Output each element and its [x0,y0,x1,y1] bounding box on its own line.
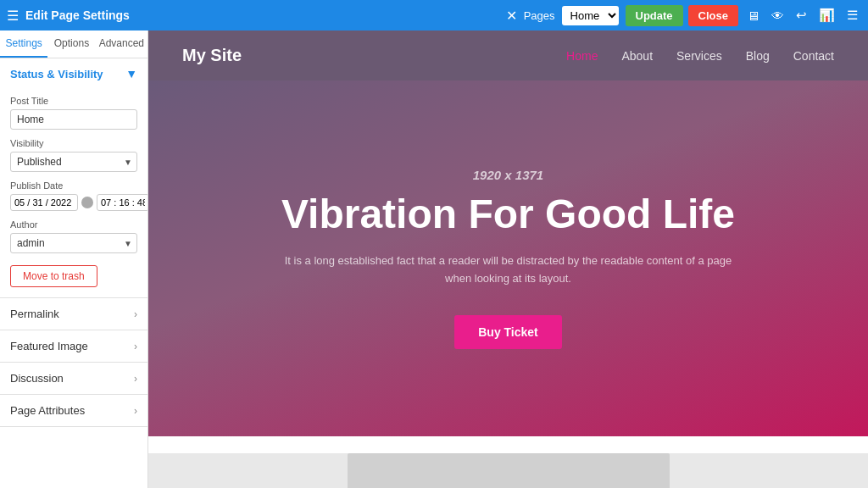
page-attributes-label: Page Attributes [10,404,85,417]
featured-image-label: Featured Image [10,340,88,352]
pages-label: Pages [524,9,555,22]
close-icon[interactable]: ✕ [506,8,517,24]
eye-icon[interactable]: 👁 [768,7,787,25]
featured-image-section: Featured Image › [0,330,147,363]
hero-title: Vibration For Good Life [281,192,735,237]
close-button[interactable]: Close [688,5,738,26]
chart-icon[interactable]: 📊 [815,6,838,25]
top-bar: ☰ Edit Page Settings ✕ Pages Home Update… [0,0,868,30]
sidebar-tabs: Settings Options Advanced [0,30,147,58]
site-nav: Home About Services Blog Contact [566,49,834,63]
discussion-header[interactable]: Discussion › [0,363,147,394]
page-title: Edit Page Settings [25,8,499,22]
move-to-trash-button[interactable]: Move to trash [10,265,97,287]
tab-options[interactable]: Options [47,30,95,58]
author-select-wrap: admin ▼ [10,233,137,253]
author-select[interactable]: admin [10,233,137,253]
nav-blog[interactable]: Blog [746,49,770,63]
nav-services[interactable]: Services [676,49,722,63]
hero-description: It is a long established fact that a rea… [271,252,746,288]
time-input[interactable] [97,194,148,211]
undo-icon[interactable]: ↩ [793,6,810,25]
status-visibility-header[interactable]: Status & Visibility ▼ [0,58,147,89]
tab-settings[interactable]: Settings [0,30,47,58]
update-button[interactable]: Update [626,5,683,26]
top-bar-actions: Update Close 🖥 👁 ↩ 📊 ☰ [626,5,861,26]
site-logo: My Site [182,46,242,65]
pages-select[interactable]: Home [562,6,619,25]
visibility-select-wrap: Published Draft Private ▼ [10,152,137,172]
publish-date-group: Publish Date PM [10,180,137,211]
page-attributes-header[interactable]: Page Attributes › [0,395,147,426]
post-title-group: Post Title [10,96,137,130]
status-visibility-section: Status & Visibility ▼ Post Title Visibil… [0,58,147,298]
chevron-right-icon-2: › [134,341,137,352]
nav-contact[interactable]: Contact [793,49,834,63]
desktop-icon[interactable]: 🖥 [743,7,763,25]
below-hero-placeholder [348,453,670,488]
nav-home[interactable]: Home [566,49,598,63]
preview-frame: My Site Home About Services Blog Contact… [148,30,868,488]
post-title-label: Post Title [10,96,137,106]
visibility-select[interactable]: Published Draft Private [10,152,137,172]
discussion-label: Discussion [10,372,64,385]
more-icon[interactable]: ☰ [843,6,861,25]
site-header: My Site Home About Services Blog Contact [148,30,868,80]
buy-ticket-button[interactable]: Buy Ticket [454,315,562,349]
status-visibility-body: Post Title Visibility Published Draft Pr… [0,89,147,297]
below-hero-section [148,453,868,488]
chevron-right-icon: › [134,308,137,320]
chevron-down-icon: ▼ [125,67,137,80]
time-circle-icon [81,197,93,208]
chevron-right-icon-4: › [134,405,137,417]
visibility-group: Visibility Published Draft Private ▼ [10,138,137,172]
publish-date-row: PM [10,194,137,211]
post-title-input[interactable] [10,109,137,130]
featured-image-header[interactable]: Featured Image › [0,330,147,362]
hero-section: 1920 x 1371 Vibration For Good Life It i… [148,80,868,436]
permalink-section: Permalink › [0,298,147,330]
hero-dimensions: 1920 x 1371 [473,168,543,182]
permalink-label: Permalink [10,308,59,320]
page-attributes-section: Page Attributes › [0,395,147,427]
permalink-header[interactable]: Permalink › [0,298,147,330]
nav-about[interactable]: About [621,49,653,63]
author-group: Author admin ▼ [10,219,137,253]
discussion-section: Discussion › [0,363,147,395]
status-visibility-label: Status & Visibility [10,68,103,80]
menu-icon[interactable]: ☰ [7,8,19,24]
visibility-label: Visibility [10,138,137,148]
tab-advanced[interactable]: Advanced [96,30,147,58]
date-input[interactable] [10,194,78,211]
main-layout: Settings Options Advanced Status & Visib… [0,30,868,488]
chevron-right-icon-3: › [134,373,137,385]
sidebar: Settings Options Advanced Status & Visib… [0,30,148,488]
author-label: Author [10,219,137,230]
preview-area: My Site Home About Services Blog Contact… [148,30,868,488]
publish-date-label: Publish Date [10,180,137,191]
